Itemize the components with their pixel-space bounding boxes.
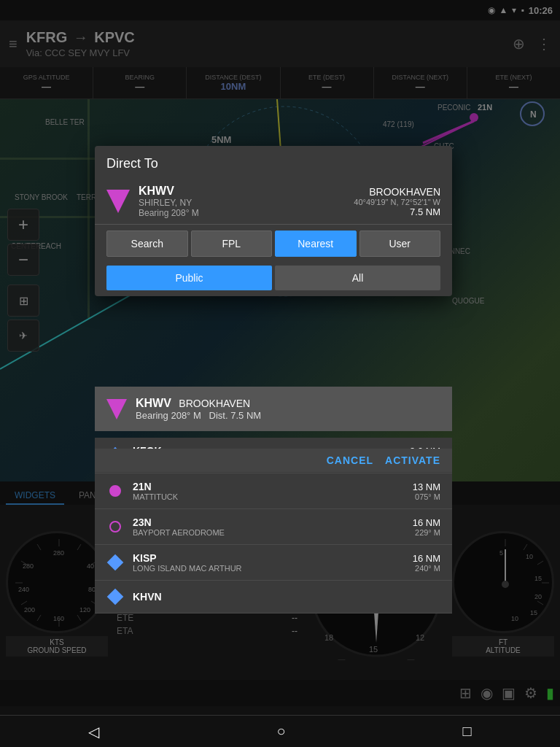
filter-row: Public All	[95, 263, 452, 296]
airport-distance: 7.5 NM	[354, 206, 440, 217]
airport-kisp-dist: 16 NM 240° M	[413, 553, 440, 573]
dialog-title: Direct To	[95, 146, 452, 179]
airport-coords: 40°49'19" N, 72°52'1" W	[354, 198, 440, 206]
recent-apps-button[interactable]: □	[462, 723, 471, 740]
airport-type-icon	[106, 190, 130, 213]
airport-details: KHWV SHIRLEY, NY Bearing 208° M	[139, 185, 345, 218]
airport-list-icon	[106, 482, 124, 500]
selected-airport-icon	[106, 399, 127, 419]
selected-bearing: Bearing 208° M Dist. 7.5 NM	[136, 410, 261, 421]
list-item[interactable]: KHVN	[95, 581, 452, 614]
back-button[interactable]: ◁	[88, 723, 99, 740]
search-tab[interactable]: Search	[106, 231, 188, 257]
selected-airport-info: KHWV BROOKHAVEN Bearing 208° M Dist. 7.5…	[136, 397, 261, 421]
airport-21n-dist: 13 NM 075° M	[413, 481, 440, 501]
list-item[interactable]: KISP LONG ISLAND MAC ARTHUR 16 NM 240° M	[95, 545, 452, 581]
airport-right-info: BROOKHAVEN 40°49'19" N, 72°52'1" W 7.5 N…	[354, 186, 440, 217]
dialog-actions: CANCEL ACTIVATE	[95, 449, 452, 472]
diamond-icon	[107, 554, 124, 571]
airport-id: KHWV	[139, 185, 174, 197]
all-filter-button[interactable]: All	[275, 266, 440, 290]
tab-row: Search FPL Nearest User	[95, 225, 452, 263]
cancel-button[interactable]: CANCEL	[327, 454, 373, 466]
list-item[interactable]: 21N MATTITUCK 13 NM 075° M	[95, 473, 452, 509]
user-tab[interactable]: User	[359, 231, 441, 257]
circle-outline-icon	[109, 521, 121, 533]
direct-to-dialog: Direct To KHWV SHIRLEY, NY Bearing 208° …	[95, 146, 452, 296]
airport-23n-dist: 16 NM 229° M	[413, 517, 440, 537]
airport-bearing: Bearing 208° M	[139, 208, 345, 218]
system-nav-bar: ◁ ○ □	[0, 715, 560, 747]
airport-name-display: BROOKHAVEN	[354, 186, 440, 198]
circle-icon	[109, 485, 121, 497]
airport-info-row: KHWV SHIRLEY, NY Bearing 208° M BROOKHAV…	[95, 179, 452, 225]
activate-button[interactable]: ACTIVATE	[385, 454, 440, 466]
airport-list-icon	[106, 554, 124, 571]
selected-airport-id: KHWV	[136, 397, 171, 409]
airport-kisp-info: KISP LONG ISLAND MAC ARTHUR	[133, 552, 404, 573]
airport-21n-info: 21N MATTITUCK	[133, 481, 404, 501]
airport-list-icon	[106, 588, 124, 605]
modal-overlay	[0, 0, 560, 747]
home-button[interactable]: ○	[276, 723, 285, 740]
public-filter-button[interactable]: Public	[106, 266, 272, 290]
selected-airport-name: BROOKHAVEN	[179, 398, 250, 409]
list-item[interactable]: 23N BAYPORT AERODROME 16 NM 229° M	[95, 509, 452, 545]
airport-list-icon	[106, 518, 124, 535]
fpl-tab[interactable]: FPL	[191, 231, 273, 257]
airport-khvn-info: KHVN	[133, 591, 432, 603]
airport-23n-info: 23N BAYPORT AERODROME	[133, 516, 404, 537]
airport-location: SHIRLEY, NY	[139, 198, 345, 208]
selected-airport-row: KHWV BROOKHAVEN Bearing 208° M Dist. 7.5…	[95, 387, 452, 431]
diamond-icon	[107, 589, 124, 605]
nearest-tab[interactable]: Nearest	[275, 231, 357, 257]
